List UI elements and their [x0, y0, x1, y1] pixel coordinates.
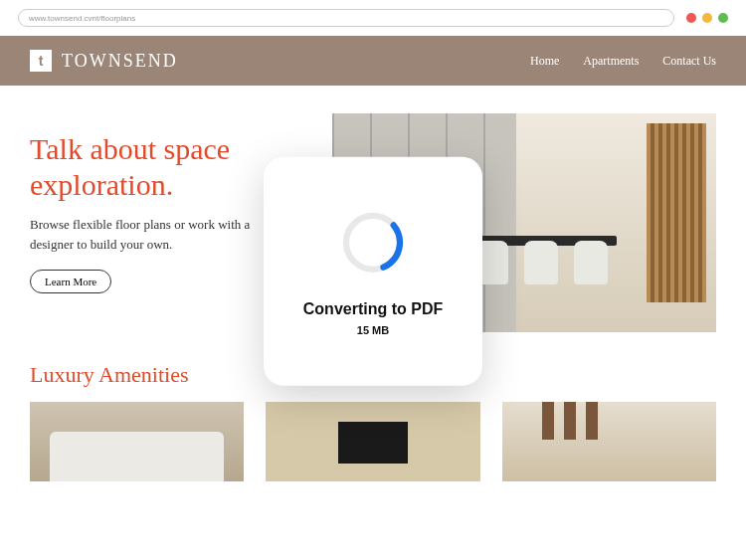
brand[interactable]: t TOWNSEND — [30, 50, 178, 72]
hero-title-line1: Talk about space — [30, 131, 308, 167]
hero-subtitle: Browse flexible floor plans or work with… — [30, 215, 288, 254]
nav-contact[interactable]: Contact Us — [662, 54, 716, 69]
amenity-card-kitchen[interactable] — [502, 402, 716, 481]
site-header: t TOWNSEND Home Apartments Contact Us — [0, 36, 746, 86]
learn-more-button[interactable]: Learn More — [30, 270, 111, 293]
converting-modal: Converting to PDF 15 MB — [264, 156, 482, 385]
amenity-card-living[interactable] — [266, 402, 479, 481]
amenity-card-bedroom[interactable] — [30, 402, 244, 481]
url-bar[interactable]: www.townsend.cvnt/floorplans — [18, 9, 674, 27]
modal-title: Converting to PDF — [303, 299, 443, 317]
maximize-icon[interactable] — [718, 13, 728, 23]
nav-home[interactable]: Home — [530, 54, 559, 69]
minimize-icon[interactable] — [702, 13, 712, 23]
progress-spinner-icon — [337, 206, 409, 278]
nav-apartments[interactable]: Apartments — [583, 54, 639, 69]
close-icon[interactable] — [686, 13, 696, 23]
modal-file-size: 15 MB — [357, 323, 389, 335]
url-text: www.townsend.cvnt/floorplans — [29, 14, 135, 23]
amenities-grid — [30, 402, 716, 481]
brand-icon: t — [30, 50, 52, 72]
brand-name: TOWNSEND — [62, 51, 178, 72]
nav-links: Home Apartments Contact Us — [530, 54, 716, 69]
window-controls — [686, 13, 728, 23]
browser-chrome: www.townsend.cvnt/floorplans — [0, 0, 746, 36]
